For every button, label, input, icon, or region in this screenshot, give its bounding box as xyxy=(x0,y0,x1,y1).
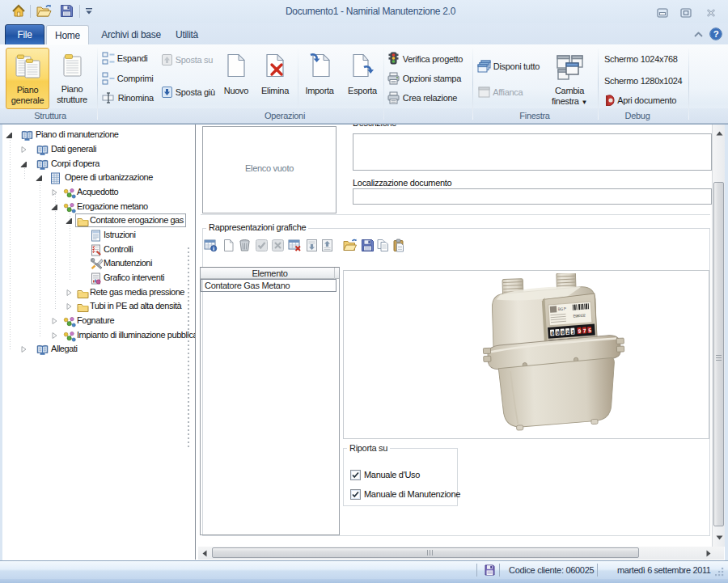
svg-text:BG P: BG P xyxy=(558,306,566,311)
svg-text:?: ? xyxy=(713,29,719,39)
